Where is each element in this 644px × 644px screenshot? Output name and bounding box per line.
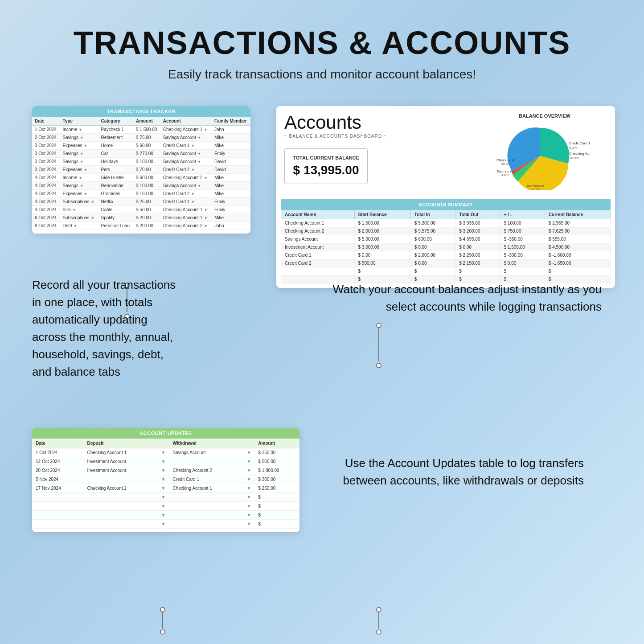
dropdown-arrow[interactable]: ▼ (90, 200, 94, 204)
table-row: 6 Oct 2024Subscriptions ▼Spotify$ 20.00C… (32, 214, 250, 222)
svg-text:28.7%: 28.7% (530, 188, 541, 190)
table-row: 1 Oct 2024Checking Account 1▼Savings Acc… (32, 448, 299, 457)
svg-text:49.0%: 49.0% (501, 162, 511, 166)
page-subtitle: Easily track transactions and monitor ac… (0, 67, 644, 82)
dropdown-arrow[interactable]: ▼ (80, 152, 84, 156)
dropdown-arrow[interactable]: ▼ (204, 224, 208, 228)
svg-point-4 (377, 323, 381, 328)
dropdown-arrow[interactable]: ▼ (72, 208, 76, 212)
svg-point-5 (377, 363, 381, 368)
balance-overview: BALANCE OVERVIEW Credit Card 1 0.1% Chec… (482, 113, 607, 191)
table-row: 5 Nov 2024▼Credit Card 1▼$ 300.00 (32, 475, 299, 484)
table-row: ▼▼$ (32, 493, 299, 502)
table-row: 3 Oct 2024Expenses ▼Pets$ 70.00Credit Ca… (32, 166, 250, 174)
dropdown-arrow[interactable]: ▼ (78, 127, 82, 132)
dropdown-arrow[interactable]: ▼ (191, 144, 195, 148)
table-row: Checking Account 2$ 2,000.00$ 9,575.00$ … (281, 227, 611, 235)
pie-label-checking1: Checking A... (569, 152, 590, 156)
col-account: Account (160, 117, 212, 126)
upd-col-amount: Amount (254, 439, 299, 448)
table-row: 2 Oct 2024Savings ▼Retirement$ 75.00Savi… (32, 134, 250, 142)
dropdown-arrow[interactable]: ▼ (80, 135, 84, 140)
upd-col-withdrawal: Withdrawal (169, 439, 243, 448)
table-row: 17 Nov 2024Checking Account 2▼Checking A… (32, 484, 299, 493)
upd-col-dep-arrow (158, 439, 169, 448)
accounts-left: Accounts ~ BALANCE & ACCOUNTS DASHBOARD … (284, 113, 475, 191)
table-row: 3 Oct 2024Savings ▼Car$ 270.00Savings Ac… (32, 150, 250, 158)
dropdown-arrow[interactable]: ▼ (191, 192, 195, 196)
dropdown-arrow[interactable]: ▼ (90, 216, 94, 220)
table-row: Credit Card 2$ 500.00$ 0.00$ 2,150.00$ 0… (281, 259, 611, 267)
table-row: 12 Oct 2024Investment Account▼▼$ 500.00 (32, 457, 299, 466)
table-row: Credit Card 1$ 0.00$ 2,600.00$ 2,290.00$… (281, 251, 611, 259)
upd-col-deposit: Deposit (84, 439, 158, 448)
table-row: ▼▼$ (32, 520, 299, 529)
total-balance-label: TOTAL CURRENT BALANCE (293, 155, 359, 160)
svg-point-10 (377, 607, 381, 612)
sum-col-adj: + / - (500, 210, 545, 219)
table-row: $$$$$ (281, 267, 611, 275)
svg-text:3.6%: 3.6% (501, 173, 509, 177)
dropdown-arrow[interactable]: ▼ (204, 208, 208, 212)
dropdown-arrow[interactable]: ▼ (204, 216, 208, 220)
dropdown-arrow[interactable]: ▼ (80, 184, 84, 188)
dropdown-arrow[interactable]: ▼ (191, 200, 195, 204)
upd-col-with-arrow (243, 439, 254, 448)
balance-overview-title: BALANCE OVERVIEW (482, 113, 607, 119)
dropdown-arrow[interactable]: ▼ (83, 192, 87, 196)
table-row: 8 Oct 2024Debt ▼Personal Loan$ 200.00Che… (32, 222, 250, 230)
svg-text:0.1%: 0.1% (569, 146, 577, 150)
table-row: Investment Account$ 3,000.00$ 0.00$ 0.00… (281, 243, 611, 251)
sum-col-name: Account Name (281, 210, 355, 219)
table-row: Savings Account$ 5,000.00$ 600.00$ 4,695… (281, 235, 611, 243)
sum-col-in: Total In (410, 210, 455, 219)
updates-header: ACCOUNT UPDATES (32, 428, 299, 439)
desc-right-bottom: Use the Account Updates table to log tra… (325, 455, 584, 489)
dropdown-arrow[interactable]: ▼ (73, 224, 77, 228)
table-row: 28 Oct 2024Investment Account▼Checking A… (32, 466, 299, 475)
dropdown-arrow[interactable]: ▼ (197, 152, 201, 156)
updates-table: Date Deposit Withdrawal Amount 1 Oct 202… (32, 439, 299, 529)
dropdown-arrow[interactable]: ▼ (197, 184, 201, 188)
accounts-subtitle: ~ BALANCE & ACCOUNTS DASHBOARD ~ (284, 134, 475, 139)
accounts-summary-table: Account Name Start Balance Total In Tota… (281, 210, 611, 283)
dropdown-arrow[interactable]: ▼ (83, 168, 87, 172)
table-row: 4 Oct 2024Bills ▼Cable$ 50.00Checking Ac… (32, 206, 250, 214)
dropdown-arrow[interactable]: ▼ (197, 160, 201, 164)
table-row: 4 Oct 2024Income ▼Side Hustle$ 600.00Che… (32, 174, 250, 182)
dropdown-arrow[interactable]: ▼ (78, 176, 82, 180)
desc-left: Record all your transactions in one plac… (32, 276, 184, 381)
updates-panel: ACCOUNT UPDATES Date Deposit Withdrawal … (32, 428, 299, 532)
table-row: 4 Oct 2024Subscriptions ▼Netflix$ 25.00C… (32, 198, 250, 206)
dropdown-arrow[interactable]: ▼ (83, 144, 87, 148)
page-title: TRANSACTIONS & ACCOUNTS (0, 0, 644, 61)
svg-point-7 (160, 607, 165, 612)
col-date: Date (32, 117, 60, 126)
svg-text:18.5%: 18.5% (569, 156, 579, 160)
sum-col-start: Start Balance (354, 210, 410, 219)
col-family: Family Member (212, 117, 250, 126)
transactions-panel: TRANSACTIONS TRACKER Date Type Category … (32, 106, 250, 234)
dropdown-arrow[interactable]: ▼ (80, 160, 84, 164)
pie-chart: Credit Card 1 0.1% Checking A... 18.5% I… (482, 121, 598, 190)
table-row: Checking Account 1$ 1,500.00$ 5,300.00$ … (281, 219, 611, 227)
dropdown-arrow[interactable]: ▼ (191, 168, 195, 172)
dropdown-arrow[interactable]: ▼ (204, 176, 208, 180)
upd-col-date: Date (32, 439, 84, 448)
sum-col-out: Total Out (455, 210, 500, 219)
table-row: 3 Oct 2024Expenses ▼Home$ 60.00Credit Ca… (32, 142, 250, 150)
accounts-top: Accounts ~ BALANCE & ACCOUNTS DASHBOARD … (276, 106, 615, 196)
table-row: ▼▼$ (32, 511, 299, 520)
accounts-title: Accounts (284, 113, 475, 132)
svg-point-8 (160, 630, 165, 634)
dropdown-arrow[interactable]: ▼ (197, 135, 201, 140)
transactions-header: TRANSACTIONS TRACKER (32, 106, 250, 117)
svg-point-11 (377, 630, 381, 634)
table-row: 4 Oct 2024Expenses ▼Groceries$ 160.00Cre… (32, 190, 250, 198)
col-type: Type (60, 117, 98, 126)
total-balance-box: TOTAL CURRENT BALANCE $ 13,995.00 (284, 148, 368, 184)
table-row: 4 Oct 2024Savings ▼Renovation$ 100.00Sav… (32, 182, 250, 190)
col-amount: Amount (133, 117, 160, 126)
dropdown-arrow[interactable]: ▼ (204, 127, 208, 132)
desc-right-top: Watch your account balances adjust insta… (325, 281, 602, 316)
